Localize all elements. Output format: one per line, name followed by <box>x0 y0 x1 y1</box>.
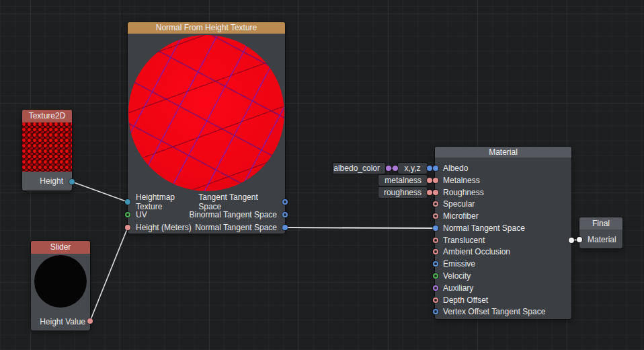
xyz-output-port[interactable] <box>427 166 432 171</box>
material-input-roughness: Roughness <box>435 186 484 199</box>
material-input-microfiber: Microfiber <box>435 210 479 222</box>
nfh-uv-input-port[interactable] <box>125 212 130 217</box>
material-node-header[interactable]: Material <box>435 147 571 158</box>
material-metalness-input-port[interactable] <box>433 178 438 183</box>
wire-height-to-heightmap[interactable] <box>72 182 128 202</box>
material-normal-tangent-space-input-port[interactable] <box>433 225 438 231</box>
roughness-output-port[interactable] <box>427 190 432 195</box>
material-albedo-input-port[interactable] <box>433 166 438 171</box>
final-input-label: Material <box>588 234 616 246</box>
material-roughness-input-port[interactable] <box>433 190 438 195</box>
material-auxiliary-input-port[interactable] <box>433 285 438 291</box>
slider-node-header[interactable]: Slider <box>31 241 90 254</box>
roughness-constant-node[interactable]: roughness <box>378 187 427 198</box>
nfh-height-meters-input-port[interactable] <box>125 225 130 230</box>
albedo-color-output-port[interactable] <box>386 166 391 171</box>
material-input-ambient-occlusion: Ambient Occlusion <box>435 246 510 258</box>
material-input-emissive: Emissive <box>435 258 475 270</box>
normal-from-height-node[interactable]: Normal From Height Texture Heightmap Tex… <box>128 22 285 234</box>
final-material-input-port[interactable] <box>577 237 582 242</box>
nfh-input-label-uv: UV <box>136 210 147 219</box>
slider-preview-circle <box>34 255 87 308</box>
nfh-input-label-height-meters: Height (Meters) <box>136 223 192 232</box>
material-depth-offset-input-port[interactable] <box>433 298 438 303</box>
material-input-normal-tangent-space: Normal Tangent Space <box>435 222 525 234</box>
material-input-auxiliary: Auxiliary <box>435 282 473 294</box>
xyz-swizzle-node[interactable]: x,y,z <box>398 163 427 174</box>
nfh-normal-output-port[interactable] <box>282 225 288 230</box>
texture2d-output-label: Height <box>40 176 63 186</box>
nfh-binormal-output-port[interactable] <box>282 212 288 217</box>
texture2d-height-output-port[interactable] <box>69 179 75 184</box>
node-graph-canvas[interactable]: Texture2D Height Normal From Height Text… <box>0 0 644 350</box>
material-input-metalness: Metalness <box>435 174 480 186</box>
material-input-vertex-offset-tangent-space: Vertex Offset Tangent Space <box>435 306 545 318</box>
wire-normalts-to-material[interactable] <box>285 228 436 228</box>
material-vertex-offset-input-port[interactable] <box>433 309 438 314</box>
material-velocity-input-port[interactable] <box>433 273 438 279</box>
final-node[interactable]: Final Material <box>579 217 622 248</box>
material-input-specular: Specular <box>435 198 475 210</box>
normal-from-height-node-header[interactable]: Normal From Height Texture <box>128 22 285 34</box>
material-input-velocity: Velocity <box>435 270 471 282</box>
texture2d-node[interactable]: Texture2D Height <box>22 110 72 190</box>
slider-node[interactable]: Slider Height Value <box>31 241 90 330</box>
final-node-header[interactable]: Final <box>579 217 622 230</box>
material-ambient-occlusion-input-port[interactable] <box>433 249 438 254</box>
material-emissive-input-port[interactable] <box>433 261 438 267</box>
texture2d-node-header[interactable]: Texture2D <box>22 110 72 123</box>
normal-map-preview-sphere <box>128 35 284 191</box>
texture2d-preview-image <box>22 123 72 172</box>
nfh-tangent-output-port[interactable] <box>282 199 288 205</box>
xyz-input-port[interactable] <box>393 166 398 171</box>
metalness-constant-node[interactable]: metalness <box>378 175 427 186</box>
metalness-output-port[interactable] <box>427 178 432 183</box>
material-input-translucent: Translucent <box>435 234 485 246</box>
material-translucent-input-port[interactable] <box>433 238 438 243</box>
slider-height-value-output-port[interactable] <box>87 318 93 324</box>
material-input-albedo: Albedo <box>435 162 468 174</box>
material-output-port[interactable] <box>569 238 574 243</box>
material-node[interactable]: Material Albedo Metalness Roughness Spec… <box>435 147 571 319</box>
material-microfiber-input-port[interactable] <box>433 213 438 219</box>
nfh-heightmap-texture-input-port[interactable] <box>125 199 130 205</box>
nfh-output-label-binormal: Binormal Tangent Space <box>189 210 277 219</box>
wire-heightvalue-to-heightmeters[interactable] <box>90 228 128 321</box>
slider-output-label: Height Value <box>40 317 85 326</box>
material-input-depth-offset: Depth Offset <box>435 294 488 306</box>
nfh-output-label-normal: Normal Tangent Space <box>195 223 277 232</box>
material-specular-input-port[interactable] <box>433 201 438 207</box>
albedo-color-constant-node[interactable]: albedo_color <box>333 163 385 174</box>
